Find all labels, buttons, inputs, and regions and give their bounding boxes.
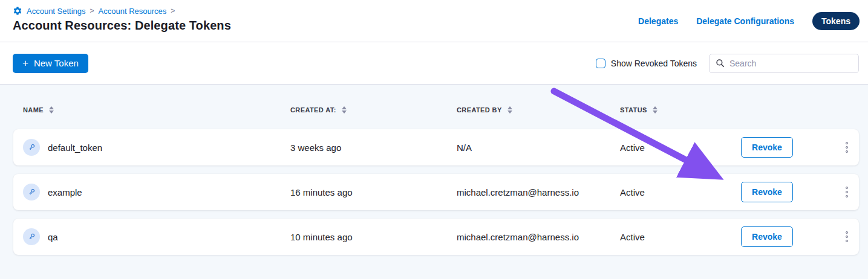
created-by-cell: michael.cretzman@harness.io bbox=[457, 232, 620, 242]
breadcrumb-separator: > bbox=[90, 7, 94, 15]
breadcrumb-separator: > bbox=[171, 7, 175, 15]
sort-icon[interactable] bbox=[507, 106, 512, 114]
column-label: STATUS bbox=[620, 106, 647, 114]
created-by-cell: N/A bbox=[457, 143, 620, 153]
tokens-table: NAME CREATED AT: CREATED BY STATUS defau… bbox=[0, 85, 868, 279]
new-token-label: New Token bbox=[34, 58, 79, 68]
action-cell: Revoke bbox=[741, 182, 849, 202]
breadcrumb-account-settings[interactable]: Account Settings bbox=[27, 7, 86, 16]
checkbox-label: Show Revoked Tokens bbox=[611, 59, 697, 68]
status-cell: Active bbox=[620, 187, 741, 197]
toolbar: + New Token Show Revoked Tokens bbox=[0, 42, 868, 85]
more-options-icon[interactable] bbox=[844, 184, 849, 200]
status-cell: Active bbox=[620, 232, 741, 242]
sort-icon[interactable] bbox=[342, 106, 347, 114]
token-name-cell: default_token bbox=[23, 139, 290, 156]
created-by-cell: michael.cretzman@harness.io bbox=[457, 187, 620, 197]
column-label: CREATED AT: bbox=[290, 106, 336, 114]
token-name: default_token bbox=[48, 143, 102, 153]
revoke-button-row-example[interactable]: Revoke bbox=[741, 182, 793, 202]
table-row: example 16 minutes ago michael.cretzman@… bbox=[13, 174, 859, 210]
token-name-cell: example bbox=[23, 184, 290, 200]
column-header-created-at[interactable]: CREATED AT: bbox=[290, 106, 457, 114]
column-header-name[interactable]: NAME bbox=[23, 106, 290, 114]
sort-icon[interactable] bbox=[653, 106, 658, 114]
status-cell: Active bbox=[620, 143, 741, 153]
search-icon bbox=[716, 59, 725, 68]
table-row: qa 10 minutes ago michael.cretzman@harne… bbox=[13, 219, 859, 255]
nav-link-delegate-configurations[interactable]: Delegate Configurations bbox=[696, 16, 794, 26]
show-revoked-tokens-checkbox[interactable]: Show Revoked Tokens bbox=[596, 59, 697, 68]
key-icon bbox=[23, 184, 40, 200]
table-header-row: NAME CREATED AT: CREATED BY STATUS bbox=[13, 97, 859, 123]
token-name: example bbox=[48, 187, 82, 197]
new-token-button[interactable]: + New Token bbox=[13, 54, 88, 73]
column-label: CREATED BY bbox=[457, 106, 502, 114]
token-name: qa bbox=[48, 232, 58, 242]
search-input[interactable] bbox=[729, 59, 852, 68]
checkbox-box[interactable] bbox=[596, 59, 605, 68]
search-box[interactable] bbox=[709, 54, 859, 73]
column-header-status[interactable]: STATUS bbox=[620, 106, 741, 114]
column-label: NAME bbox=[23, 106, 44, 114]
toolbar-right: Show Revoked Tokens bbox=[596, 54, 859, 73]
column-header-created-by[interactable]: CREATED BY bbox=[457, 106, 620, 114]
plus-icon: + bbox=[22, 58, 28, 68]
page-header: Account Settings > Account Resources > A… bbox=[0, 0, 868, 42]
table-row: default_token 3 weeks ago N/A Active Rev… bbox=[13, 129, 859, 165]
nav-pill-tokens[interactable]: Tokens bbox=[812, 12, 860, 30]
more-options-icon[interactable] bbox=[844, 229, 849, 245]
key-icon bbox=[23, 139, 40, 156]
nav-link-delegates[interactable]: Delegates bbox=[638, 16, 678, 26]
created-at-cell: 3 weeks ago bbox=[290, 143, 457, 153]
sort-icon[interactable] bbox=[49, 106, 54, 114]
action-cell: Revoke bbox=[741, 226, 849, 247]
more-options-icon[interactable] bbox=[844, 140, 849, 155]
action-cell: Revoke bbox=[741, 137, 849, 158]
settings-gear-icon bbox=[13, 6, 22, 16]
revoke-button[interactable]: Revoke bbox=[741, 226, 793, 247]
key-icon bbox=[23, 228, 40, 245]
revoke-button[interactable]: Revoke bbox=[741, 137, 793, 158]
created-at-cell: 10 minutes ago bbox=[290, 232, 457, 242]
breadcrumb-account-resources[interactable]: Account Resources bbox=[99, 7, 167, 16]
header-nav: Delegates Delegate Configurations Tokens bbox=[638, 12, 860, 30]
created-at-cell: 16 minutes ago bbox=[290, 187, 457, 197]
token-name-cell: qa bbox=[23, 228, 290, 245]
